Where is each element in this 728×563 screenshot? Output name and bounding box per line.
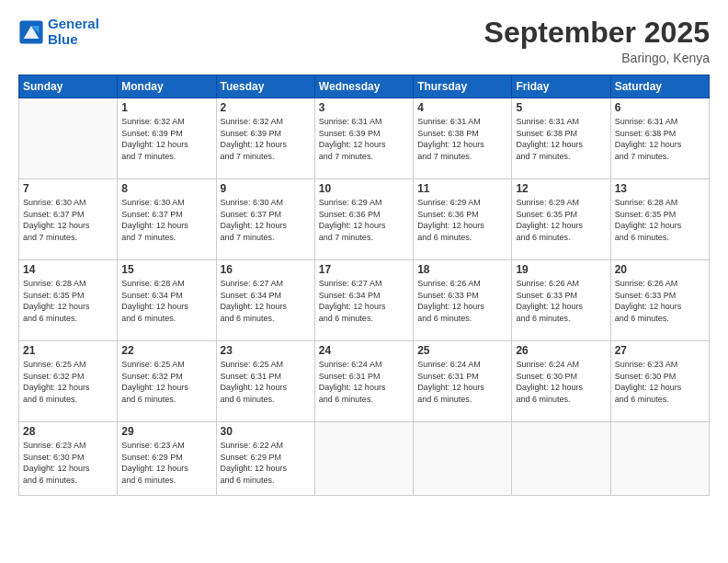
table-row: 16Sunrise: 6:27 AMSunset: 6:34 PMDayligh… — [216, 260, 314, 341]
day-number: 6 — [615, 101, 705, 114]
day-info: Sunrise: 6:30 AMSunset: 6:37 PMDaylight:… — [23, 197, 113, 243]
table-row: 11Sunrise: 6:29 AMSunset: 6:36 PMDayligh… — [414, 179, 512, 260]
table-row: 8Sunrise: 6:30 AMSunset: 6:37 PMDaylight… — [118, 179, 216, 260]
day-number: 9 — [221, 182, 311, 195]
table-row: 26Sunrise: 6:24 AMSunset: 6:30 PMDayligh… — [512, 341, 610, 422]
table-row: 25Sunrise: 6:24 AMSunset: 6:31 PMDayligh… — [414, 341, 512, 422]
table-row: 6Sunrise: 6:31 AMSunset: 6:38 PMDaylight… — [610, 98, 709, 179]
header-sunday: Sunday — [19, 75, 118, 98]
calendar-week-row: 28Sunrise: 6:23 AMSunset: 6:30 PMDayligh… — [19, 422, 710, 496]
table-row: 21Sunrise: 6:25 AMSunset: 6:32 PMDayligh… — [19, 341, 118, 422]
logo-line1: General — [48, 16, 99, 31]
day-info: Sunrise: 6:30 AMSunset: 6:37 PMDaylight:… — [221, 197, 311, 243]
day-info: Sunrise: 6:23 AMSunset: 6:29 PMDaylight:… — [121, 440, 211, 486]
table-row: 4Sunrise: 6:31 AMSunset: 6:38 PMDaylight… — [414, 98, 512, 179]
day-info: Sunrise: 6:29 AMSunset: 6:36 PMDaylight:… — [319, 197, 409, 243]
day-number: 22 — [121, 344, 211, 357]
day-number: 4 — [417, 101, 507, 114]
day-info: Sunrise: 6:32 AMSunset: 6:39 PMDaylight:… — [221, 116, 311, 162]
table-row: 14Sunrise: 6:28 AMSunset: 6:35 PMDayligh… — [19, 260, 118, 341]
day-number: 17 — [319, 263, 409, 276]
table-row: 17Sunrise: 6:27 AMSunset: 6:34 PMDayligh… — [314, 260, 413, 341]
header-saturday: Saturday — [610, 75, 709, 98]
day-number: 11 — [417, 182, 507, 195]
day-number: 15 — [121, 263, 211, 276]
day-info: Sunrise: 6:29 AMSunset: 6:35 PMDaylight:… — [516, 197, 606, 243]
day-number: 20 — [615, 263, 705, 276]
logo-line2: Blue — [48, 31, 78, 47]
table-row — [610, 422, 709, 496]
day-info: Sunrise: 6:24 AMSunset: 6:31 PMDaylight:… — [417, 359, 507, 405]
table-row: 9Sunrise: 6:30 AMSunset: 6:37 PMDaylight… — [216, 179, 314, 260]
table-row: 22Sunrise: 6:25 AMSunset: 6:32 PMDayligh… — [118, 341, 216, 422]
header-thursday: Thursday — [414, 75, 512, 98]
table-row: 5Sunrise: 6:31 AMSunset: 6:38 PMDaylight… — [512, 98, 610, 179]
day-info: Sunrise: 6:26 AMSunset: 6:33 PMDaylight:… — [516, 278, 606, 324]
calendar-week-row: 21Sunrise: 6:25 AMSunset: 6:32 PMDayligh… — [19, 341, 710, 422]
day-number: 26 — [516, 344, 606, 357]
logo: General Blue — [18, 17, 99, 47]
table-row — [512, 422, 610, 496]
day-info: Sunrise: 6:23 AMSunset: 6:30 PMDaylight:… — [23, 440, 113, 486]
day-number: 12 — [516, 182, 606, 195]
day-info: Sunrise: 6:28 AMSunset: 6:35 PMDaylight:… — [615, 197, 705, 243]
table-row: 23Sunrise: 6:25 AMSunset: 6:31 PMDayligh… — [216, 341, 314, 422]
logo-text: General Blue — [48, 17, 99, 47]
title-block: September 2025 Baringo, Kenya — [484, 17, 710, 65]
table-row — [414, 422, 512, 496]
page: General Blue September 2025 Baringo, Ken… — [0, 0, 728, 563]
header-wednesday: Wednesday — [314, 75, 413, 98]
day-number: 7 — [23, 182, 113, 195]
table-row: 27Sunrise: 6:23 AMSunset: 6:30 PMDayligh… — [610, 341, 709, 422]
header-tuesday: Tuesday — [216, 75, 314, 98]
table-row: 7Sunrise: 6:30 AMSunset: 6:37 PMDaylight… — [19, 179, 118, 260]
day-number: 2 — [221, 101, 311, 114]
table-row: 12Sunrise: 6:29 AMSunset: 6:35 PMDayligh… — [512, 179, 610, 260]
day-info: Sunrise: 6:30 AMSunset: 6:37 PMDaylight:… — [121, 197, 211, 243]
day-number: 24 — [319, 344, 409, 357]
day-number: 18 — [417, 263, 507, 276]
day-info: Sunrise: 6:27 AMSunset: 6:34 PMDaylight:… — [319, 278, 409, 324]
header-monday: Monday — [118, 75, 216, 98]
day-number: 10 — [319, 182, 409, 195]
header: General Blue September 2025 Baringo, Ken… — [18, 17, 710, 65]
table-row: 30Sunrise: 6:22 AMSunset: 6:29 PMDayligh… — [216, 422, 314, 496]
month-title: September 2025 — [484, 17, 710, 49]
table-row: 18Sunrise: 6:26 AMSunset: 6:33 PMDayligh… — [414, 260, 512, 341]
table-row: 13Sunrise: 6:28 AMSunset: 6:35 PMDayligh… — [610, 179, 709, 260]
table-row: 29Sunrise: 6:23 AMSunset: 6:29 PMDayligh… — [118, 422, 216, 496]
day-number: 1 — [121, 101, 211, 114]
day-number: 3 — [319, 101, 409, 114]
day-number: 19 — [516, 263, 606, 276]
day-number: 30 — [221, 425, 311, 438]
day-number: 13 — [615, 182, 705, 195]
day-info: Sunrise: 6:31 AMSunset: 6:39 PMDaylight:… — [319, 116, 409, 162]
day-number: 14 — [23, 263, 113, 276]
day-info: Sunrise: 6:29 AMSunset: 6:36 PMDaylight:… — [417, 197, 507, 243]
location: Baringo, Kenya — [484, 51, 710, 65]
day-number: 16 — [221, 263, 311, 276]
calendar-week-row: 7Sunrise: 6:30 AMSunset: 6:37 PMDaylight… — [19, 179, 710, 260]
table-row: 20Sunrise: 6:26 AMSunset: 6:33 PMDayligh… — [610, 260, 709, 341]
table-row: 1Sunrise: 6:32 AMSunset: 6:39 PMDaylight… — [118, 98, 216, 179]
day-number: 28 — [23, 425, 113, 438]
table-row: 24Sunrise: 6:24 AMSunset: 6:31 PMDayligh… — [314, 341, 413, 422]
day-info: Sunrise: 6:31 AMSunset: 6:38 PMDaylight:… — [516, 116, 606, 162]
day-info: Sunrise: 6:26 AMSunset: 6:33 PMDaylight:… — [417, 278, 507, 324]
day-number: 8 — [121, 182, 211, 195]
table-row: 15Sunrise: 6:28 AMSunset: 6:34 PMDayligh… — [118, 260, 216, 341]
table-row: 28Sunrise: 6:23 AMSunset: 6:30 PMDayligh… — [19, 422, 118, 496]
day-info: Sunrise: 6:24 AMSunset: 6:31 PMDaylight:… — [319, 359, 409, 405]
day-number: 23 — [221, 344, 311, 357]
day-info: Sunrise: 6:27 AMSunset: 6:34 PMDaylight:… — [221, 278, 311, 324]
table-row — [19, 98, 118, 179]
table-row: 19Sunrise: 6:26 AMSunset: 6:33 PMDayligh… — [512, 260, 610, 341]
day-info: Sunrise: 6:31 AMSunset: 6:38 PMDaylight:… — [615, 116, 705, 162]
header-friday: Friday — [512, 75, 610, 98]
logo-icon — [18, 19, 44, 45]
table-row: 10Sunrise: 6:29 AMSunset: 6:36 PMDayligh… — [314, 179, 413, 260]
calendar: Sunday Monday Tuesday Wednesday Thursday… — [18, 75, 710, 496]
day-number: 29 — [121, 425, 211, 438]
day-info: Sunrise: 6:25 AMSunset: 6:32 PMDaylight:… — [121, 359, 211, 405]
calendar-header-row: Sunday Monday Tuesday Wednesday Thursday… — [19, 75, 710, 98]
